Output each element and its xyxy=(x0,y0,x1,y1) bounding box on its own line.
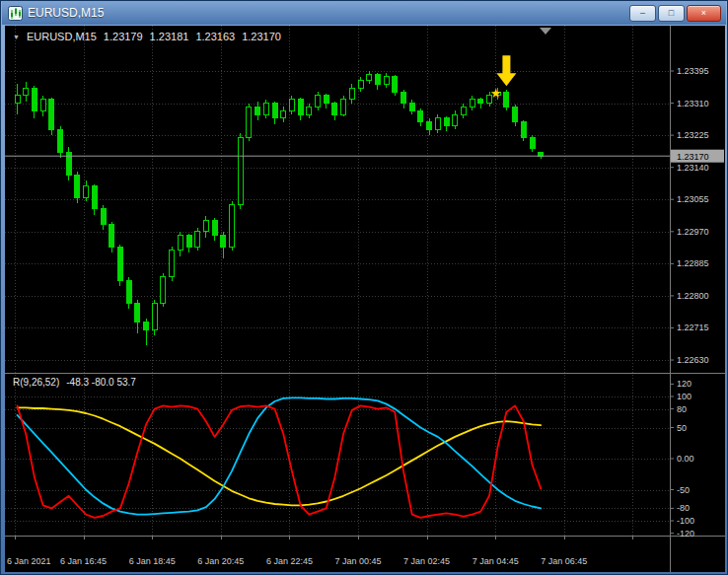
chart-window: EURUSD,M15 – □ × 1.233951.233101.232251.… xyxy=(0,0,728,575)
candle-body xyxy=(427,122,432,130)
candle-body xyxy=(238,137,243,205)
candle-body xyxy=(32,88,36,110)
close-value: 1.23170 xyxy=(242,31,281,42)
price-tick-label: 1.23395 xyxy=(677,66,709,76)
indicator-line-R9 xyxy=(18,405,542,518)
candle-body xyxy=(530,137,535,148)
candle-body xyxy=(324,96,328,104)
candle-body xyxy=(272,104,277,118)
price-tick-label: 1.22970 xyxy=(677,227,709,237)
candle-body xyxy=(247,107,252,137)
candle-body xyxy=(453,114,458,125)
time-tick-label: 7 Jan 02:45 xyxy=(403,556,450,566)
candle-body xyxy=(40,100,45,110)
price-tick-label: 1.23225 xyxy=(677,130,709,140)
price-tick-label: 1.22800 xyxy=(677,291,709,301)
indicator-name: R(9,26,52) xyxy=(13,377,59,388)
star-annotation[interactable]: ★ xyxy=(490,86,502,101)
candle-body xyxy=(203,220,208,231)
app-icon xyxy=(8,6,23,21)
time-tick-label: 6 Jan 22:45 xyxy=(266,556,313,566)
time-tick-label: 6 Jan 18:45 xyxy=(129,556,176,566)
maximize-button[interactable]: □ xyxy=(658,5,685,22)
titlebar[interactable]: EURUSD,M15 – □ × xyxy=(2,1,726,25)
candle-body xyxy=(117,247,122,280)
window-title: EURUSD,M15 xyxy=(28,6,104,20)
low-value: 1.23163 xyxy=(195,31,235,42)
quote-panel-arrow-icon[interactable]: ▼ xyxy=(13,34,20,40)
candle-body xyxy=(186,236,191,247)
time-tick-label: 7 Jan 06:45 xyxy=(541,556,587,566)
time-tick-label: 6 Jan 20:45 xyxy=(197,556,244,566)
candle-body xyxy=(58,129,63,152)
minimize-icon: – xyxy=(640,7,645,19)
price-tick-label: 1.22885 xyxy=(677,258,709,268)
candle-body xyxy=(221,236,226,247)
time-axis[interactable]: 6 Jan 20216 Jan 16:456 Jan 18:456 Jan 20… xyxy=(7,536,633,566)
arrow-down-annotation[interactable] xyxy=(496,55,516,86)
candle-body xyxy=(401,92,406,103)
candle-body xyxy=(255,107,260,114)
ohlc-header: ▼ EURUSD,M15 1.23179 1.23181 1.23163 1.2… xyxy=(13,31,281,42)
price-tick-label: 1.23310 xyxy=(677,99,709,108)
candle-body xyxy=(195,232,200,247)
candle-body xyxy=(289,100,294,110)
candle-body xyxy=(126,281,131,304)
indicator-tick-label: -80 xyxy=(677,503,690,513)
price-axis[interactable]: 1.233951.233101.232251.231401.230551.229… xyxy=(670,66,709,539)
current-price-label: 1.23170 xyxy=(677,152,709,162)
candle-body xyxy=(298,100,303,114)
candle-body xyxy=(341,100,346,114)
time-tick-label: 6 Jan 16:45 xyxy=(60,556,107,566)
indicator-tick-label: -120 xyxy=(677,529,694,539)
candle-body xyxy=(375,75,380,85)
candle-body xyxy=(367,75,372,81)
indicator-tick-label: 100 xyxy=(677,392,692,401)
time-tick-label: 7 Jan 00:45 xyxy=(334,556,381,566)
indicator-lines xyxy=(18,397,542,518)
close-button[interactable]: × xyxy=(687,5,721,22)
time-tick-label: 6 Jan 2021 xyxy=(7,556,51,566)
candle-body xyxy=(393,77,398,92)
indicator-tick-label: -100 xyxy=(677,516,694,526)
candle-body xyxy=(316,96,321,107)
candle-body xyxy=(513,107,518,121)
candle-body xyxy=(212,220,217,235)
candle-body xyxy=(444,118,449,126)
candle-body xyxy=(109,224,114,247)
candle-body xyxy=(144,323,149,330)
price-tick-label: 1.23055 xyxy=(677,194,709,204)
high-value: 1.23181 xyxy=(150,31,189,42)
candle-body xyxy=(349,88,354,99)
candle-body xyxy=(409,104,414,111)
window-controls: – □ × xyxy=(629,5,726,22)
candle-body xyxy=(230,205,235,247)
candle-body xyxy=(84,186,89,197)
pane-separators xyxy=(5,26,725,572)
maximize-icon: □ xyxy=(669,7,674,19)
price-tick-label: 1.22630 xyxy=(677,355,709,365)
candle-body xyxy=(504,92,509,107)
price-tick-label: 1.22715 xyxy=(677,323,709,332)
candle-body xyxy=(307,107,312,114)
indicator-tick-label: 50 xyxy=(677,423,687,433)
chart-plot[interactable]: 1.233951.233101.232251.231401.230551.229… xyxy=(5,26,725,572)
indicator-tick-label: 0.00 xyxy=(677,454,694,464)
candle-body xyxy=(384,77,389,85)
candle-body xyxy=(101,209,106,224)
minimize-button[interactable]: – xyxy=(629,5,656,22)
candle-body xyxy=(178,236,182,251)
current-price-tag: 1.23170 xyxy=(671,150,724,163)
candle-body xyxy=(24,88,29,96)
chart-canvas[interactable]: 1.233951.233101.232251.231401.230551.229… xyxy=(5,26,725,572)
candle-body xyxy=(92,186,97,209)
close-icon: × xyxy=(701,7,706,19)
chart-shift-marker xyxy=(540,28,551,35)
symbol-timeframe-label: EURUSD,M15 xyxy=(27,31,97,42)
open-value: 1.23179 xyxy=(104,31,143,42)
candle-body xyxy=(281,110,286,118)
indicator-tick-label: 80 xyxy=(677,404,687,414)
candle-body xyxy=(49,100,54,130)
candle-body xyxy=(521,122,526,137)
candle-body xyxy=(75,175,80,197)
